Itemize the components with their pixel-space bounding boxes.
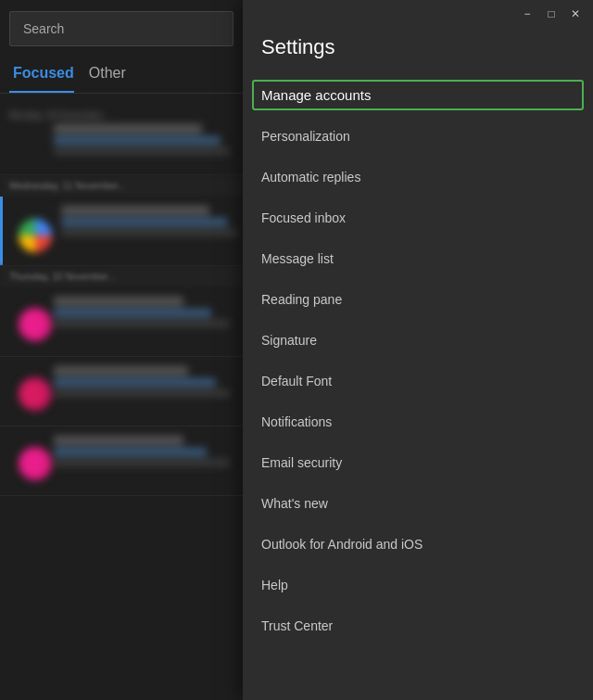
- unread-indicator: [0, 197, 3, 265]
- list-item[interactable]: [0, 357, 243, 426]
- settings-item-outlook-android-ios[interactable]: Outlook for Android and iOS: [243, 524, 593, 565]
- settings-item-help[interactable]: Help: [243, 565, 593, 605]
- email-sender: [61, 206, 209, 215]
- email-subject: [54, 378, 216, 387]
- close-button[interactable]: ✕: [569, 7, 582, 20]
- settings-item-whats-new[interactable]: What's new: [243, 483, 593, 524]
- email-subject: [54, 136, 221, 145]
- email-content: [54, 297, 233, 327]
- settings-item-focused-inbox[interactable]: Focused inbox: [243, 197, 593, 238]
- avatar: [19, 447, 52, 480]
- maximize-button[interactable]: □: [545, 7, 558, 20]
- settings-menu: Manage accounts Personalization Automati…: [243, 74, 593, 700]
- email-content: [54, 436, 233, 466]
- list-item[interactable]: [0, 287, 243, 357]
- search-input[interactable]: Search: [9, 11, 233, 46]
- settings-item-personalization[interactable]: Personalization: [243, 116, 593, 157]
- email-subject: [54, 309, 211, 317]
- email-sender: [54, 366, 188, 375]
- settings-item-message-list[interactable]: Message list: [243, 238, 593, 279]
- tab-focused[interactable]: Focused: [9, 57, 85, 93]
- settings-item-manage-accounts[interactable]: Manage accounts: [243, 74, 593, 116]
- email-sender: [54, 124, 202, 134]
- email-preview: [61, 229, 237, 236]
- settings-item-default-font[interactable]: Default Font: [243, 361, 593, 401]
- settings-item-notifications[interactable]: Notifications: [243, 401, 593, 442]
- email-list-panel: Search Focused Other Monday, 30 November…: [0, 0, 244, 700]
- email-content: [54, 366, 233, 397]
- email-subject: [61, 218, 228, 226]
- minimize-button[interactable]: −: [521, 7, 534, 20]
- email-preview: [54, 459, 230, 466]
- list-item[interactable]: [0, 197, 243, 266]
- email-preview: [54, 147, 230, 155]
- date-separator: Wednesday, 11 November...: [0, 175, 243, 197]
- avatar: [19, 219, 52, 252]
- email-sender: [54, 436, 183, 445]
- settings-item-email-security[interactable]: Email security: [243, 442, 593, 483]
- settings-item-signature[interactable]: Signature: [243, 320, 593, 361]
- settings-item-reading-pane[interactable]: Reading pane: [243, 279, 593, 320]
- email-subject: [54, 448, 207, 456]
- inbox-tabs: Focused Other: [0, 57, 243, 94]
- settings-item-automatic-replies[interactable]: Automatic replies: [243, 157, 593, 197]
- avatar: [19, 308, 52, 341]
- settings-item-trust-center[interactable]: Trust Center: [243, 605, 593, 646]
- list-item[interactable]: Monday, 30 November...: [0, 101, 243, 175]
- email-list: Monday, 30 November... Wednesday, 11 Nov…: [0, 101, 243, 496]
- avatar: [19, 377, 52, 411]
- email-content: [61, 206, 233, 236]
- list-item[interactable]: [0, 426, 243, 496]
- settings-title: Settings: [243, 28, 593, 74]
- email-content: [54, 124, 233, 155]
- titlebar: − □ ✕: [243, 0, 593, 28]
- email-date: Monday, 30 November...: [9, 110, 233, 121]
- settings-panel: − □ ✕ Settings Manage accounts Personali…: [243, 0, 593, 700]
- email-preview: [54, 389, 230, 397]
- email-preview: [54, 320, 230, 327]
- tab-other[interactable]: Other: [85, 57, 137, 93]
- email-sender: [54, 297, 183, 306]
- date-separator: Thursday, 10 November...: [0, 266, 243, 287]
